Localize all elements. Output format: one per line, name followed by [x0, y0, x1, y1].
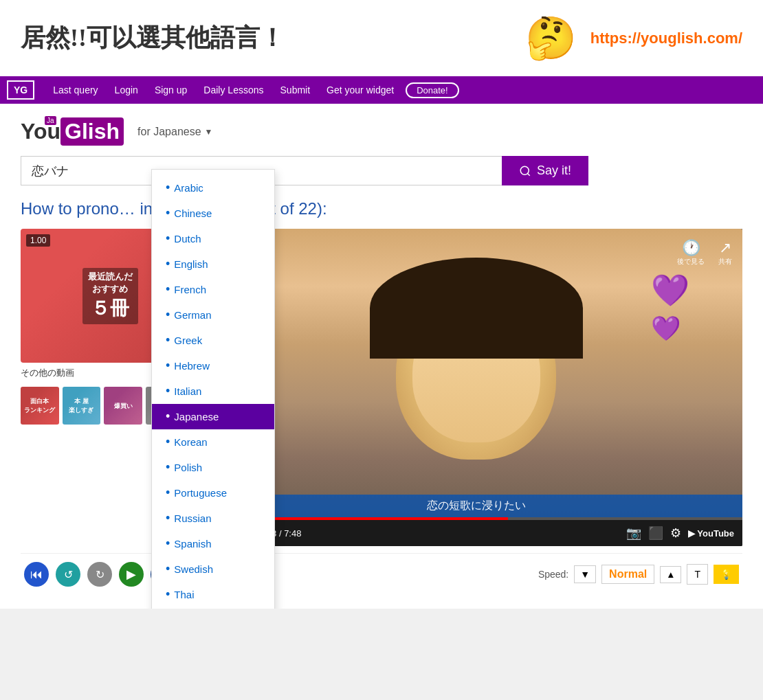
speed-label: Speed:	[538, 569, 568, 580]
speed-value: Normal	[601, 565, 654, 584]
left-thumb-text-container: 最近読んだ おすすめ ５冊	[82, 268, 138, 324]
search-bar: 恋バナ Say it!	[21, 156, 742, 185]
logo-glish: Glish	[60, 117, 124, 146]
dropdown-item-turkish[interactable]: Turkish	[152, 607, 274, 609]
ja-badge: Ja	[45, 116, 56, 125]
thumb-text-1: 面白本ランキング	[21, 397, 59, 415]
dropdown-item-italian[interactable]: Italian	[152, 379, 274, 404]
font-size-button[interactable]: T	[687, 564, 708, 585]
pronoun-heading: How to prono… in Japanese (3 out of 22):	[21, 199, 742, 218]
dropdown-arrow: ▼	[205, 127, 213, 137]
nav-login[interactable]: Login	[107, 76, 146, 104]
dropdown-item-korean[interactable]: Korean	[152, 429, 274, 455]
svg-line-3	[527, 173, 529, 175]
dropdown-item-arabic[interactable]: Arabic	[152, 175, 274, 201]
language-selector[interactable]: for Japanese ▼	[137, 126, 212, 138]
youglish-logo: YouGlish	[21, 117, 124, 146]
dropdown-item-swedish[interactable]: Swedish	[152, 556, 274, 582]
say-it-label: Say it!	[537, 163, 571, 178]
speed-tag: 1.00	[26, 234, 50, 247]
nav-widget[interactable]: Get your widget	[318, 76, 402, 104]
hair-element	[370, 258, 583, 359]
navbar-brand: YG	[7, 80, 34, 100]
annotation-area: 居然!!可以選其他語言！ 🤔 https://youglish.com/	[0, 0, 763, 76]
language-label: for Japanese	[137, 126, 201, 138]
dropdown-item-portuguese[interactable]: Portuguese	[152, 480, 274, 506]
video-controls-bar: ▶ 🔊 6:58 / 7:48 📷 ⬛ ⚙ ▶ YouTube	[210, 520, 742, 546]
speed-up-button[interactable]: ▲	[660, 566, 681, 583]
refresh-button[interactable]: ↻	[87, 562, 112, 587]
dropdown-item-dutch[interactable]: Dutch	[152, 226, 274, 251]
left-thumb-num: ５冊	[88, 295, 133, 321]
youglish-header: YouGlish Ja for Japanese ▼	[21, 117, 742, 146]
bottom-controls: ⏮ ↺ ↻ ▶ ⏭ Speed: ▼ Normal ▲ T 💡	[21, 553, 742, 595]
dropdown-item-polish[interactable]: Polish	[152, 455, 274, 480]
svg-point-2	[520, 166, 529, 174]
dropdown-item-english[interactable]: English	[152, 251, 274, 277]
main-content: YouGlish Ja for Japanese ▼ 恋バナ Say it!	[0, 104, 763, 609]
thumbnail-2[interactable]: 本 屋楽しすぎ	[63, 387, 101, 425]
speed-control: Speed: ▼ Normal ▲ T 💡	[538, 564, 739, 585]
nav-submit[interactable]: Submit	[272, 76, 319, 104]
navbar: YG Last query Login Sign up Daily Lesson…	[0, 76, 763, 104]
replay-button[interactable]: ↺	[56, 562, 80, 587]
main-video-container: 💜💜 【評】 🕐 後で見る ↗ 共有	[210, 229, 742, 546]
thumbnail-1[interactable]: 面白本ランキング	[21, 387, 59, 425]
dropdown-item-russian[interactable]: Russian	[152, 506, 274, 531]
heading-text: How to prono	[21, 199, 119, 218]
watch-later-btn[interactable]: 🕐 後で見る	[677, 239, 705, 267]
video-frame: 💜💜 【評】 🕐 後で見る ↗ 共有	[210, 229, 742, 517]
left-thumb-text1: 最近読んだ	[88, 271, 133, 283]
dropdown-item-spanish[interactable]: Spanish	[152, 531, 274, 556]
video-thumbnail[interactable]: 💜💜 【評】 🕐 後で見る ↗ 共有	[210, 229, 742, 517]
captions-btn[interactable]: ⬛	[648, 526, 663, 541]
thumbnail-3[interactable]: 爆買い	[104, 387, 142, 425]
bulb-button[interactable]: 💡	[714, 565, 739, 584]
nav-daily-lessons[interactable]: Daily Lessons	[195, 76, 272, 104]
thinking-emoji: 🤔	[525, 14, 577, 63]
annotation-right: 🤔 https://youglish.com/	[525, 14, 742, 63]
nav-signup[interactable]: Sign up	[146, 76, 195, 104]
url-text: https://youglish.com/	[590, 30, 742, 47]
thumb-text-2: 本 屋楽しすぎ	[63, 397, 101, 415]
logo-container: YouGlish Ja	[21, 117, 131, 146]
dropdown-item-japanese[interactable]: Japanese	[152, 404, 274, 429]
thumb-text-3: 爆買い	[104, 401, 142, 410]
youtube-logo: ▶ YouTube	[688, 528, 734, 539]
video-top-controls: 🕐 後で見る ↗ 共有	[677, 239, 732, 267]
language-dropdown: Arabic Chinese Dutch English French Germ…	[151, 169, 275, 609]
nav-donate[interactable]: Donate!	[406, 82, 459, 98]
dropdown-item-hebrew[interactable]: Hebrew	[152, 353, 274, 379]
share-btn[interactable]: ↗ 共有	[718, 239, 732, 267]
dropdown-item-greek[interactable]: Greek	[152, 328, 274, 353]
dropdown-item-chinese[interactable]: Chinese	[152, 201, 274, 226]
speed-dropdown[interactable]: ▼	[574, 565, 596, 583]
dropdown-item-thai[interactable]: Thai	[152, 582, 274, 607]
play-bottom-button[interactable]: ▶	[119, 562, 144, 587]
annotation-text: 居然!!可以選其他語言！	[21, 21, 285, 55]
search-icon	[519, 165, 531, 177]
say-it-button[interactable]: Say it!	[502, 156, 588, 185]
subtitle-bar: 恋の短歌に浸りたい	[210, 495, 742, 517]
screenshot-btn[interactable]: 📷	[626, 526, 641, 541]
hearts-overlay: 💜💜	[651, 272, 689, 344]
settings-btn[interactable]: ⚙	[670, 526, 681, 541]
prev-button[interactable]: ⏮	[24, 562, 49, 587]
video-section: 最近読んだ おすすめ ５冊 1.00 その他の動画 面白本ランキング 本 屋楽し…	[21, 229, 742, 546]
left-thumb-text2: おすすめ	[88, 283, 133, 295]
right-controls: 📷 ⬛ ⚙ ▶ YouTube	[626, 526, 734, 541]
dropdown-item-german[interactable]: German	[152, 302, 274, 328]
progress-bar-track[interactable]	[210, 517, 742, 520]
nav-last-query[interactable]: Last query	[45, 76, 106, 104]
dropdown-item-french[interactable]: French	[152, 277, 274, 302]
